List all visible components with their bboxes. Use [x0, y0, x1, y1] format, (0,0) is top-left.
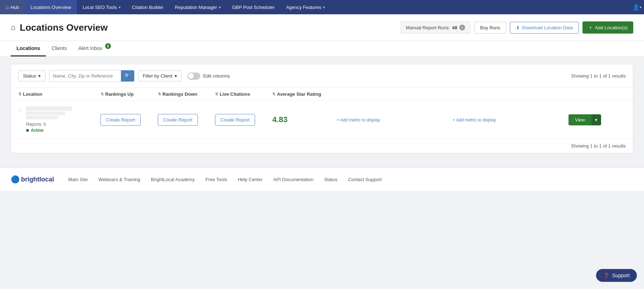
info-icon[interactable]: i [459, 25, 465, 30]
view-dropdown-button[interactable]: ▾ [591, 114, 601, 125]
search-input-wrap: 🔍 [49, 70, 135, 82]
alert-inbox-badge: 0 [105, 43, 111, 49]
add-metric-1-link[interactable]: + Add metric to display [337, 118, 380, 123]
nav-hub[interactable]: ⌂ Hub [0, 0, 25, 14]
sort-icon: ⇅ [215, 92, 218, 96]
footer-link-help-center[interactable]: Help Center [238, 177, 263, 182]
user-icon: 👤 [633, 4, 640, 11]
sort-icon: ⇅ [18, 92, 21, 96]
question-circle-icon: ❓ [603, 273, 609, 278]
nav-local-seo-tools[interactable]: Local SEO Tools ▾ [77, 0, 126, 14]
footer-link-contact-support[interactable]: Contact Support [348, 177, 382, 182]
create-report-live-citations-button[interactable]: Create Report [215, 114, 255, 126]
nav-reputation-manager[interactable]: Reputation Manager ▾ [169, 0, 226, 14]
avg-star-rating-cell: 4.83 [272, 115, 337, 124]
chevron-down-icon: ▾ [595, 117, 597, 123]
header-actions: Manual Report Runs: 48 i Buy Runs ⬇ Down… [401, 21, 633, 34]
edit-columns-toggle-wrap: Edit columns [187, 73, 230, 80]
chevron-down-icon: ▾ [219, 5, 221, 9]
th-rankings-up: ⇅ Rankings Up [101, 91, 158, 97]
nav-agency-features[interactable]: Agency Features ▾ [280, 0, 331, 14]
chevron-down-icon: ▾ [38, 73, 41, 79]
home-icon: ⌂ [6, 4, 9, 10]
edit-columns-toggle[interactable] [187, 73, 200, 80]
nav-locations-overview[interactable]: Locations Overview [25, 0, 77, 14]
tabs-container: Locations Clients Alert Inbox 0 [0, 41, 644, 57]
sort-icon: ⇅ [272, 92, 275, 96]
location-name-blurred [26, 106, 72, 111]
user-avatar[interactable]: 👤 ▾ [630, 0, 644, 14]
toolbar: Status ▾ 🔍 Filter by Client ▾ Edit colum… [11, 64, 633, 88]
plus-icon: ＋ [588, 24, 593, 31]
th-avg-star-rating: ⇅ Average Star Rating [272, 91, 337, 97]
support-button[interactable]: ❓ Support [596, 269, 637, 282]
tab-clients[interactable]: Clients [46, 41, 73, 56]
footer-logo-text: brightlocal [21, 176, 54, 183]
edit-columns-label[interactable]: Edit columns [203, 73, 230, 79]
showing-results-bottom: Showing 1 to 1 of 1 results [11, 139, 633, 153]
create-report-rankings-down-button[interactable]: Create Report [158, 114, 198, 126]
star-row: ☆ [18, 106, 101, 119]
view-button-cell: View ▾ [569, 114, 626, 125]
chevron-down-icon: ▾ [640, 5, 641, 9]
filter-by-client-button[interactable]: Filter by Client ▾ [138, 70, 182, 81]
add-location-button[interactable]: ＋ Add Location(s) [582, 21, 633, 34]
chevron-down-icon: ▾ [175, 73, 177, 79]
rankings-down-cell: Create Report [158, 114, 215, 126]
download-icon: ⬇ [516, 25, 520, 30]
buy-runs-button[interactable]: Buy Runs [474, 22, 506, 34]
th-location: ⇅ Location [18, 91, 101, 97]
main-content: Status ▾ 🔍 Filter by Client ▾ Edit colum… [0, 57, 644, 160]
view-button[interactable]: View [569, 114, 591, 125]
footer-logo: 🔵 brightlocal [11, 175, 54, 184]
footer-link-api-docs[interactable]: API Documentation [273, 177, 313, 182]
location-info [26, 106, 72, 119]
create-report-rankings-up-button[interactable]: Create Report [101, 114, 141, 126]
search-input[interactable] [49, 71, 121, 81]
page-header: ⌂ Locations Overview Manual Report Runs:… [0, 14, 644, 41]
table-header: ⇅ Location ⇅ Rankings Up ⇅ Rankings Down… [11, 88, 633, 101]
favorite-star-icon[interactable]: ☆ [18, 107, 23, 113]
page-title-area: ⌂ Locations Overview [11, 22, 401, 33]
chevron-down-icon: ▾ [323, 5, 325, 9]
download-location-data-button[interactable]: ⬇ Download Location Data [510, 22, 579, 34]
nav-citation-builder[interactable]: Citation Builder [126, 0, 169, 14]
footer-link-free-tools[interactable]: Free Tools [205, 177, 227, 182]
locations-card: Status ▾ 🔍 Filter by Client ▾ Edit colum… [11, 64, 633, 153]
footer: 🔵 brightlocal Main Site Webinars & Train… [0, 168, 644, 191]
th-live-citations: ⇅ Live Citations [215, 91, 272, 97]
sort-icon: ⇅ [101, 92, 104, 96]
th-extra-1 [337, 91, 453, 97]
view-button-group: View ▾ [569, 114, 626, 125]
house-icon: ⌂ [11, 23, 15, 32]
footer-link-webinars[interactable]: Webinars & Training [98, 177, 140, 182]
showing-results-top: Showing 1 to 1 of 1 results [571, 73, 626, 79]
reports-count: Reports: 0 [26, 122, 101, 127]
rankings-up-cell: Create Report [101, 114, 158, 126]
nav-gbp-post-scheduler[interactable]: GBP Post Scheduler [226, 0, 280, 14]
location-address-blurred [26, 111, 65, 115]
star-rating-value: 4.83 [272, 115, 288, 124]
status-filter-button[interactable]: Status ▾ [18, 70, 45, 81]
tab-locations[interactable]: Locations [11, 41, 46, 56]
toggle-knob [188, 73, 194, 79]
th-actions [569, 91, 626, 97]
brightlocal-logo-icon: 🔵 [11, 175, 20, 184]
active-dot [26, 129, 29, 132]
footer-link-academy[interactable]: BrightLocal Academy [151, 177, 195, 182]
search-button[interactable]: 🔍 [121, 70, 134, 81]
chevron-down-icon: ▾ [119, 5, 121, 9]
extra-metric-1-cell: + Add metric to display [337, 116, 453, 123]
th-rankings-down: ⇅ Rankings Down [158, 91, 215, 97]
top-navigation: ⌂ Hub Locations Overview Local SEO Tools… [0, 0, 644, 14]
manual-runs-badge: Manual Report Runs: 48 i [401, 21, 470, 34]
add-metric-2-link[interactable]: + Add metric to display [453, 118, 496, 123]
extra-metric-2-cell: + Add metric to display [453, 116, 569, 123]
tab-alert-inbox[interactable]: Alert Inbox 0 [73, 41, 110, 56]
footer-link-main-site[interactable]: Main Site [68, 177, 88, 182]
active-status-badge: Active [26, 128, 101, 133]
location-ref-blurred [26, 116, 58, 119]
footer-link-status[interactable]: Status [324, 177, 337, 182]
th-extra-2 [453, 91, 569, 97]
live-citations-cell: Create Report [215, 114, 272, 126]
